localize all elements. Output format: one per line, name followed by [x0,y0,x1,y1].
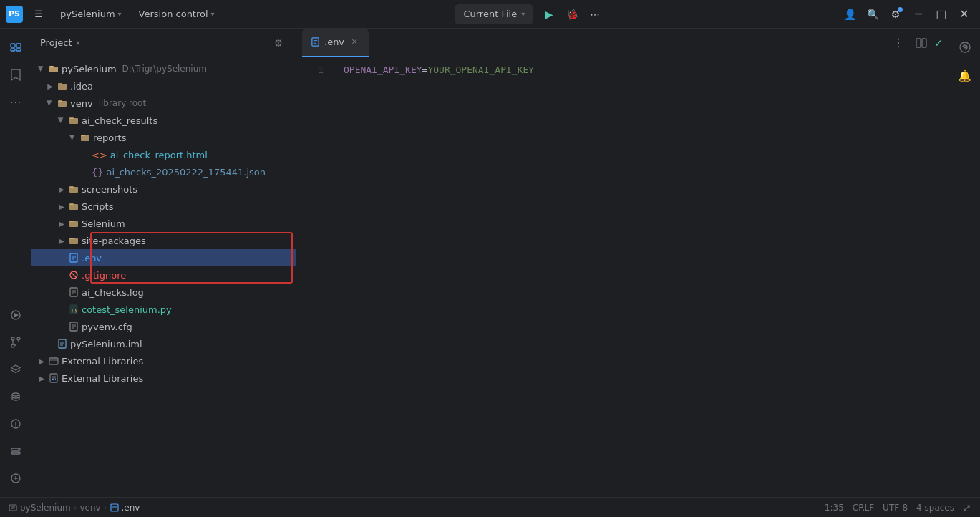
collab-icon[interactable]: 👤 [840,4,860,24]
tree-item-ai-report[interactable]: ▶ <> ai_check_report.html [31,146,296,163]
panel-header: Project ▾ ⚙ [31,29,296,57]
code-area[interactable]: OPENAI_API_KEY=YOUR_OPENAI_API_KEY [332,57,938,497]
sidebar-item-services[interactable] [3,438,29,464]
tree-item-pyvenv[interactable]: ▶ pyvenv.cfg [31,318,296,335]
tree-item-idea[interactable]: ▶ .idea [31,77,296,95]
tree-item-env[interactable]: ▶ .env [31,249,296,266]
vcs-button[interactable]: Version control ▾ [133,6,220,22]
tree-item-selenium[interactable]: ▶ Selenium [31,215,296,232]
code-equals: = [422,63,428,77]
run-config-button[interactable]: Current File ▾ [455,4,533,24]
breadcrumb-project[interactable]: pySelenium [20,503,71,513]
tab-close-icon[interactable]: ✕ [349,37,360,48]
ai-report-name: ai_check_report.html [110,150,208,160]
close-button[interactable]: ✕ [954,4,974,24]
tree-item-reports[interactable]: ▶ reports [31,129,296,146]
sidebar-item-project[interactable] [3,34,29,60]
line-ending[interactable]: CRLF [853,503,874,513]
panel-title: Project [40,37,72,48]
cursor-position[interactable]: 1:35 [825,503,844,513]
breadcrumb-venv[interactable]: venv [79,503,100,513]
tree-item-ai-log[interactable]: ▶ ai_checks.log [31,284,296,301]
expand-statusbar-button[interactable]: ⤢ [963,502,971,513]
titlebar-left: PS ☰ pySelenium ▾ Version control ▾ [6,4,220,24]
left-icon-sidebar: ⋯ [0,29,31,497]
encoding[interactable]: UTF-8 [883,503,908,513]
svg-rect-22 [58,84,67,90]
sidebar-item-git[interactable] [3,329,29,355]
tree-item-gitignore[interactable]: ▶ .gitignore [31,266,296,284]
venv-folder-icon [57,98,67,108]
svg-rect-29 [81,135,85,136]
html-icon: <> [92,150,107,160]
svg-rect-67 [922,39,926,47]
right-icon-notification[interactable]: 🔔 [952,63,978,89]
svg-point-6 [11,337,14,340]
sidebar-item-bookmarks[interactable] [3,62,29,87]
sidebar-item-database[interactable] [3,384,29,410]
cfg-file-icon [69,322,79,332]
svg-rect-20 [49,67,58,72]
py-file-icon: py [69,304,79,314]
tree-item-root[interactable]: ▶ pySelenium D:\Trigr\pySelenium [31,60,296,77]
panel-chevron-icon: ▾ [76,39,79,47]
env-name: .env [82,253,102,264]
tree-item-screenshots[interactable]: ▶ screenshots [31,180,296,198]
screenshots-name: screenshots [82,184,137,195]
indent-setting[interactable]: 4 spaces [916,503,954,513]
sidebar-item-run[interactable] [3,302,29,328]
sidebar-item-layers[interactable] [3,357,29,382]
svg-rect-21 [49,66,54,67]
run-config-label: Current File [463,9,517,19]
svg-rect-3 [16,49,21,51]
settings-button[interactable]: ⚙ [886,4,906,24]
ext-libs-name: External Libraries [62,356,143,367]
tree-item-cotest[interactable]: ▶ py cotest_selenium.py [31,301,296,318]
log-file-icon [69,287,79,297]
tree-item-scripts[interactable]: ▶ Scripts [31,198,296,215]
maximize-button[interactable]: □ [931,4,951,24]
tree-item-scratches[interactable]: ▶ External Libraries [31,369,296,387]
env-tab[interactable]: .env ✕ [302,29,369,57]
editor-area: .env ✕ ⋮ ✓ 1 OPENAI_API_K [296,29,949,497]
tab-more-button[interactable]: ⋮ [888,33,908,53]
ai-check-folder-icon [69,115,79,125]
svg-point-12 [15,425,16,427]
tree-item-ai-check[interactable]: ▶ ai_check_results [31,112,296,129]
main-content: ⋯ [0,29,980,497]
expand-site-packages-icon: ▶ [57,236,66,245]
svg-point-69 [964,47,966,49]
ai-log-name: ai_checks.log [82,287,144,298]
svg-rect-35 [69,221,74,222]
debug-button[interactable]: 🐞 [562,4,582,24]
svg-rect-58 [49,358,58,364]
run-button[interactable]: ▶ [539,4,559,24]
svg-rect-36 [69,238,78,244]
breadcrumb-file[interactable]: .env [122,503,140,513]
root-folder-icon [49,64,59,74]
project-name-button[interactable]: pySelenium ▾ [54,6,127,22]
breadcrumb-project-icon [9,503,17,512]
tree-item-site-packages[interactable]: ▶ site-packages [31,232,296,249]
code-line-1: OPENAI_API_KEY=YOUR_OPENAI_API_KEY [344,63,927,77]
venv-hint: library root [99,98,146,108]
panel-gear-button[interactable]: ⚙ [270,34,287,52]
more-actions-button[interactable]: ⋯ [585,4,605,24]
sidebar-item-more[interactable]: ⋯ [3,89,29,115]
svg-rect-0 [11,44,15,47]
sidebar-item-problems[interactable] [3,411,29,437]
reader-mode-button[interactable] [911,33,931,53]
hamburger-button[interactable]: ☰ [29,4,49,24]
vcs-label: Version control [139,9,208,19]
breadcrumb-sep-1: › [74,503,77,513]
search-button[interactable]: 🔍 [863,4,883,24]
right-icon-ai[interactable] [952,34,978,60]
tree-item-ai-json[interactable]: ▶ {} ai_checks_20250222_175441.json [31,163,296,180]
sidebar-item-todo[interactable] [3,465,29,491]
tree-item-ext-libs[interactable]: ▶ External Libraries [31,352,296,369]
tree-item-iml[interactable]: ▶ pySelenium.iml [31,335,296,352]
selenium-name: Selenium [82,218,125,229]
tree-item-venv[interactable]: ▶ venv library root [31,95,296,112]
svg-rect-32 [69,204,78,210]
minimize-button[interactable]: ─ [908,4,928,24]
